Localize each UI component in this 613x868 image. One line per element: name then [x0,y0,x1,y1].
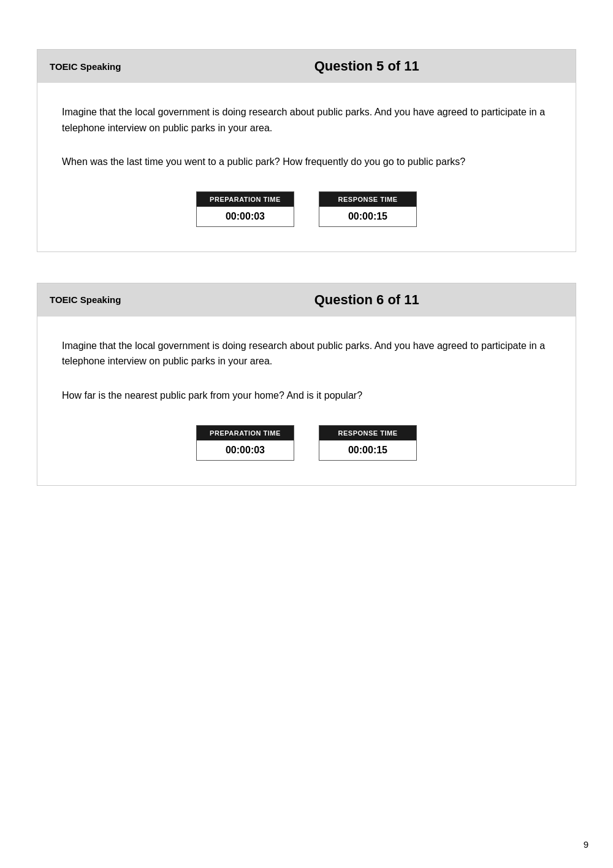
preparation-value-5: 00:00:03 [197,207,294,226]
preparation-label-6: PREPARATION TIME [197,426,294,440]
timers-5-row: PREPARATION TIME 00:00:03 RESPONSE TIME … [62,191,551,227]
preparation-value-6: 00:00:03 [197,440,294,460]
response-label-5: RESPONSE TIME [319,192,416,207]
card-6-header: TOEIC Speaking Question 6 of 11 [37,283,576,317]
response-value-6: 00:00:15 [319,440,416,460]
card-6-body: Imagine that the local government is doi… [37,317,576,485]
page-container: TOEIC Speaking Question 5 of 11 Imagine … [0,0,613,553]
question-6-card: TOEIC Speaking Question 6 of 11 Imagine … [37,283,576,486]
response-timer-5: RESPONSE TIME 00:00:15 [319,191,417,227]
response-value-5: 00:00:15 [319,207,416,226]
question-5-text: When was the last time you went to a pub… [62,154,551,170]
question-5-title: Question 5 of 11 [170,58,563,74]
question-6-title: Question 6 of 11 [170,292,563,308]
preparation-timer-6: PREPARATION TIME 00:00:03 [196,425,294,461]
toeic-label-6: TOEIC Speaking [50,294,121,305]
timers-6-row: PREPARATION TIME 00:00:03 RESPONSE TIME … [62,425,551,461]
card-5-body: Imagine that the local government is doi… [37,83,576,252]
scenario-6-text: Imagine that the local government is doi… [62,338,551,369]
scenario-5-text: Imagine that the local government is doi… [62,104,551,136]
preparation-timer-5: PREPARATION TIME 00:00:03 [196,191,294,227]
response-label-6: RESPONSE TIME [319,426,416,440]
preparation-label-5: PREPARATION TIME [197,192,294,207]
toeic-label-5: TOEIC Speaking [50,61,121,72]
question-5-card: TOEIC Speaking Question 5 of 11 Imagine … [37,49,576,252]
response-timer-6: RESPONSE TIME 00:00:15 [319,425,417,461]
page-number: 9 [584,839,588,850]
question-6-text: How far is the nearest public park from … [62,388,551,404]
card-5-header: TOEIC Speaking Question 5 of 11 [37,50,576,83]
